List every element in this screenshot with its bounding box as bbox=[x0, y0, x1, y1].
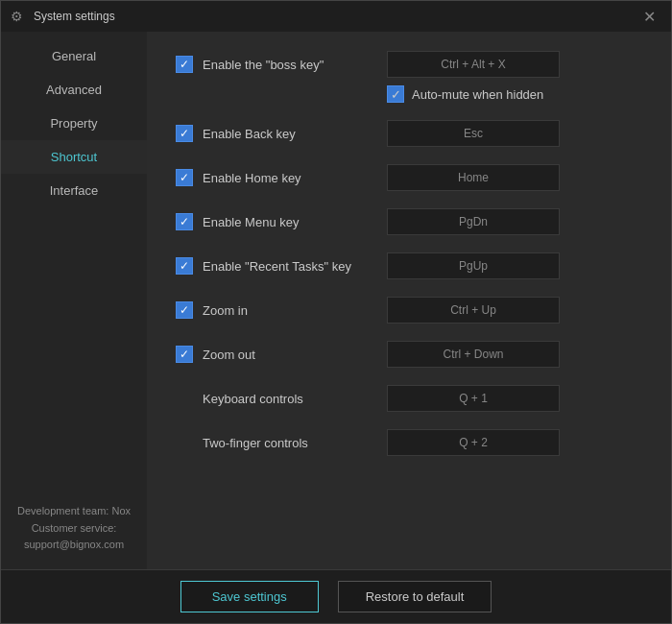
two-finger-controls-input[interactable] bbox=[387, 429, 560, 456]
boss-key-checkmark: ✓ bbox=[180, 59, 189, 70]
zoom-in-checkbox[interactable]: ✓ bbox=[176, 301, 193, 319]
main-window: ⚙ System settings ✕ General Advanced Pro… bbox=[0, 0, 672, 624]
sidebar: General Advanced Property Shortcut Inter… bbox=[1, 32, 147, 569]
main-content: General Advanced Property Shortcut Inter… bbox=[1, 32, 671, 569]
footer-bar: Save settings Restore to default bbox=[1, 569, 671, 623]
footer-line1: Development team: Nox bbox=[11, 503, 137, 520]
back-key-label: Enable Back key bbox=[203, 127, 296, 141]
settings-icon: ⚙ bbox=[11, 9, 26, 24]
back-key-input[interactable] bbox=[387, 120, 560, 147]
home-key-checkbox-wrap: ✓ Enable Home key bbox=[176, 169, 387, 186]
recent-tasks-checkbox[interactable]: ✓ bbox=[176, 257, 193, 275]
recent-tasks-checkmark: ✓ bbox=[180, 260, 189, 272]
zoom-out-row: ✓ Zoom out bbox=[176, 341, 642, 368]
zoom-in-checkmark: ✓ bbox=[180, 304, 189, 316]
home-key-input[interactable] bbox=[387, 164, 560, 191]
titlebar: ⚙ System settings ✕ bbox=[1, 1, 671, 32]
back-key-checkmark: ✓ bbox=[180, 128, 189, 139]
footer-line3: support@bignox.com bbox=[11, 537, 137, 554]
zoom-out-input[interactable] bbox=[387, 341, 560, 368]
two-finger-controls-row: Two-finger controls bbox=[176, 429, 642, 456]
home-key-label: Enable Home key bbox=[203, 171, 301, 185]
home-key-checkbox[interactable]: ✓ bbox=[176, 169, 193, 186]
menu-key-row: ✓ Enable Menu key bbox=[176, 208, 642, 235]
automute-checkmark: ✓ bbox=[391, 87, 401, 102]
zoom-out-label: Zoom out bbox=[203, 348, 255, 362]
restore-button[interactable]: Restore to default bbox=[338, 581, 492, 612]
home-key-checkmark: ✓ bbox=[180, 172, 189, 183]
keyboard-controls-row: Keyboard controls bbox=[176, 385, 642, 412]
boss-key-checkbox[interactable]: ✓ bbox=[176, 56, 193, 73]
recent-tasks-label: Enable "Recent Tasks" key bbox=[203, 259, 351, 274]
recent-tasks-checkbox-wrap: ✓ Enable "Recent Tasks" key bbox=[176, 257, 387, 275]
menu-key-label: Enable Menu key bbox=[203, 215, 299, 229]
menu-key-checkmark: ✓ bbox=[180, 216, 189, 228]
sidebar-item-interface[interactable]: Interface bbox=[1, 174, 147, 207]
sidebar-item-shortcut[interactable]: Shortcut bbox=[1, 140, 147, 174]
keyboard-controls-label: Keyboard controls bbox=[176, 392, 387, 406]
footer-line2: Customer service: bbox=[11, 520, 137, 538]
boss-key-input[interactable] bbox=[387, 51, 560, 78]
zoom-in-checkbox-wrap: ✓ Zoom in bbox=[176, 301, 387, 319]
zoom-in-input[interactable] bbox=[387, 297, 560, 324]
home-key-row: ✓ Enable Home key bbox=[176, 164, 642, 191]
back-key-checkbox[interactable]: ✓ bbox=[176, 125, 193, 142]
sidebar-item-property[interactable]: Property bbox=[1, 107, 147, 140]
close-button[interactable]: ✕ bbox=[637, 6, 661, 28]
sidebar-item-general[interactable]: General bbox=[1, 39, 147, 73]
save-button[interactable]: Save settings bbox=[180, 581, 319, 612]
boss-key-label: Enable the "boss key" bbox=[203, 58, 324, 72]
zoom-in-label: Zoom in bbox=[203, 303, 248, 318]
sidebar-footer: Development team: Nox Customer service: … bbox=[1, 492, 147, 569]
zoom-out-checkmark: ✓ bbox=[180, 348, 189, 360]
automute-row: ✓ Auto-mute when hidden bbox=[176, 85, 642, 103]
sidebar-item-advanced[interactable]: Advanced bbox=[1, 73, 147, 107]
content-area: ✓ Enable the "boss key" ✓ Auto-mute when… bbox=[147, 32, 671, 569]
automute-checkbox[interactable]: ✓ bbox=[387, 85, 404, 103]
zoom-out-checkbox[interactable]: ✓ bbox=[176, 346, 193, 363]
automute-label: Auto-mute when hidden bbox=[412, 87, 543, 102]
recent-tasks-input[interactable] bbox=[387, 252, 560, 279]
menu-key-input[interactable] bbox=[387, 208, 560, 235]
keyboard-controls-input[interactable] bbox=[387, 385, 560, 412]
boss-key-row: ✓ Enable the "boss key" bbox=[176, 51, 642, 78]
two-finger-controls-label: Two-finger controls bbox=[176, 436, 387, 450]
recent-tasks-key-row: ✓ Enable "Recent Tasks" key bbox=[176, 252, 642, 279]
boss-key-checkbox-wrap: ✓ Enable the "boss key" bbox=[176, 56, 387, 73]
back-key-checkbox-wrap: ✓ Enable Back key bbox=[176, 125, 387, 142]
back-key-row: ✓ Enable Back key bbox=[176, 120, 642, 147]
zoom-in-row: ✓ Zoom in bbox=[176, 297, 642, 324]
window-title: System settings bbox=[34, 10, 115, 23]
titlebar-left: ⚙ System settings bbox=[11, 9, 115, 24]
menu-key-checkbox[interactable]: ✓ bbox=[176, 213, 193, 230]
menu-key-checkbox-wrap: ✓ Enable Menu key bbox=[176, 213, 387, 230]
zoom-out-checkbox-wrap: ✓ Zoom out bbox=[176, 346, 387, 363]
